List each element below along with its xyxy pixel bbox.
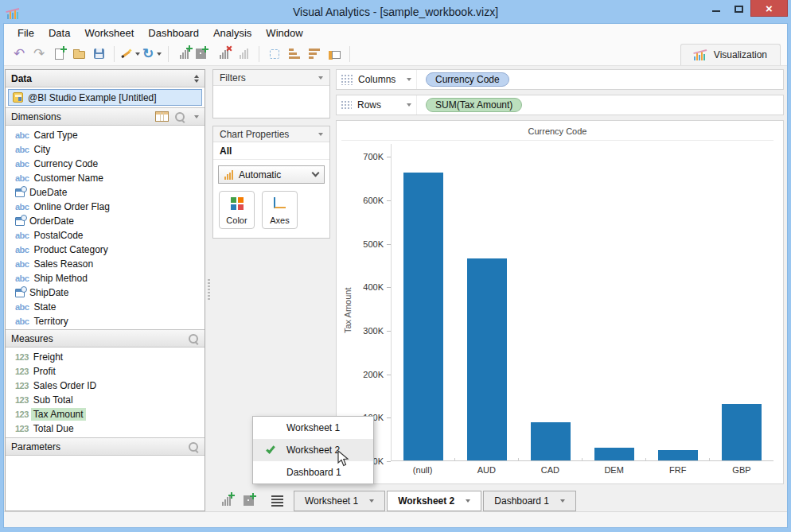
menu-analysis[interactable]: Analysis [206, 27, 259, 39]
field-sales-order-id[interactable]: 123Sales Order ID [6, 379, 205, 393]
chevron-down-icon[interactable] [369, 499, 374, 503]
redo-button[interactable]: ↷ [30, 45, 48, 64]
x-tick-label: CAD [518, 461, 582, 477]
menu-dashboard[interactable]: Dashboard [141, 27, 206, 39]
field-online-order-flag[interactable]: abcOnline Order Flag [6, 200, 205, 214]
field-sub-total[interactable]: 123Sub Total [6, 393, 205, 407]
delete-worksheet-button[interactable] [215, 45, 232, 64]
menu-window[interactable]: Window [259, 27, 310, 39]
columns-shelf-label[interactable]: Columns [341, 70, 417, 89]
menu-data[interactable]: Data [41, 27, 77, 39]
bar-GBP[interactable] [722, 404, 762, 460]
maximize-icon [734, 6, 743, 13]
axes-button[interactable]: Axes [262, 191, 298, 229]
bar-slot [583, 144, 646, 460]
field-sales-reason[interactable]: abcSales Reason [6, 257, 205, 271]
field-postalcode[interactable]: abcPostalCode [6, 228, 205, 243]
new-worksheet-tab-button[interactable] [217, 491, 235, 511]
check-gutter [265, 448, 276, 453]
columns-pill[interactable]: Currency Code [426, 72, 509, 87]
field-product-category[interactable]: abcProduct Category [6, 243, 205, 257]
field-customer-name[interactable]: abcCustomer Name [6, 171, 205, 185]
data-panel-header: Data [6, 70, 205, 87]
context-menu-item-dashboard-1[interactable]: Dashboard 1 [253, 461, 373, 483]
field-total-due[interactable]: 123Total Due [6, 421, 205, 436]
bar-(null)[interactable] [403, 173, 443, 460]
field-label: State [33, 301, 56, 313]
save-button[interactable] [90, 45, 107, 64]
tab-dashboard-1[interactable]: Dashboard 1 [483, 491, 576, 511]
field-city[interactable]: abcCity [6, 142, 205, 157]
bar-DEM[interactable] [594, 448, 634, 460]
color-button-label: Color [226, 216, 247, 225]
tab-worksheet-1[interactable]: Worksheet 1 [294, 491, 385, 511]
minimize-button[interactable] [704, 0, 727, 17]
field-freight[interactable]: 123Freight [6, 350, 205, 364]
chart-card: Currency Code Tax Amount 0K100K200K300K4… [336, 120, 784, 484]
number-type-icon: 123 [15, 367, 29, 376]
bar-FRF[interactable] [658, 450, 698, 460]
filters-body[interactable] [213, 86, 329, 118]
design-button[interactable] [121, 45, 140, 64]
bar-CAD[interactable] [531, 422, 571, 460]
field-orderdate[interactable]: OrderDate [6, 214, 205, 228]
field-ship-method[interactable]: abcShip Method [6, 271, 205, 285]
chevron-down-icon[interactable] [466, 499, 470, 503]
rows-shelf-label[interactable]: Rows [341, 95, 417, 115]
chevron-down-icon[interactable] [560, 499, 565, 503]
field-shipdate[interactable]: ShipDate [6, 285, 205, 300]
field-territory[interactable]: abcTerritory [6, 314, 205, 328]
sheet-list-button[interactable] [268, 491, 286, 511]
field-duedate[interactable]: DueDate [6, 185, 205, 200]
number-type-icon: 123 [15, 395, 29, 405]
rows-pill[interactable]: SUM(Tax Amount) [426, 98, 522, 112]
context-menu-item-worksheet-2[interactable]: Worksheet 2 [253, 439, 373, 461]
new-dashboard-button[interactable] [195, 45, 212, 64]
maximize-button[interactable] [727, 0, 750, 17]
context-menu-item-worksheet-1[interactable]: Worksheet 1 [253, 417, 373, 439]
refresh-button[interactable]: ↻ [142, 45, 162, 64]
sort-descending-button[interactable] [306, 45, 323, 64]
data-source-item[interactable]: @BI Studio Example [Untitled] [8, 89, 202, 106]
undo-button[interactable]: ↶ [10, 45, 28, 64]
dropdown-arrow-icon [157, 52, 162, 56]
new-dashboard-tab-button[interactable] [243, 491, 260, 511]
tab-worksheet-2[interactable]: Worksheet 2 [387, 491, 481, 511]
duplicate-worksheet-button[interactable] [235, 45, 252, 64]
menu-file[interactable]: File [10, 27, 41, 39]
field-profit[interactable]: 123Profit [6, 364, 205, 379]
chart-type-select[interactable]: Automatic [218, 165, 325, 184]
field-card-type[interactable]: abcCard Type [6, 128, 205, 142]
open-button[interactable] [70, 45, 88, 64]
field-currency-code[interactable]: abcCurrency Code [6, 157, 205, 171]
search-icon[interactable] [174, 111, 185, 122]
close-button[interactable]: × [750, 0, 788, 17]
bar-slot [710, 144, 773, 460]
sort-ascending-button[interactable] [286, 45, 303, 64]
worksheet-icon [180, 49, 189, 59]
menu-bar: File Data Worksheet Dashboard Analysis W… [4, 24, 787, 42]
toolbar-separator [259, 46, 259, 62]
view-data-table-icon[interactable] [155, 111, 169, 122]
swap-axes-button[interactable] [266, 45, 283, 64]
viz-column: Columns Currency Code Rows SUM(Tax [336, 69, 784, 490]
visualization-button[interactable]: Visualization [680, 44, 781, 65]
field-state[interactable]: abcState [6, 300, 205, 314]
wand-icon [121, 49, 132, 60]
chevron-down-icon[interactable] [318, 133, 323, 136]
panel-splitter[interactable] [205, 69, 212, 511]
search-icon[interactable] [188, 441, 199, 452]
field-label: Product Category [33, 244, 107, 255]
menu-worksheet[interactable]: Worksheet [77, 27, 141, 39]
show-me-button[interactable] [325, 45, 343, 64]
data-panel: Data @BI Studio Example [Untitled] Dimen… [5, 69, 205, 511]
color-button[interactable]: Color [219, 191, 255, 229]
search-icon[interactable] [188, 333, 199, 344]
new-workbook-button[interactable] [50, 45, 68, 64]
chevron-down-icon[interactable] [318, 76, 323, 80]
panel-spinner-icon[interactable] [194, 75, 199, 83]
chevron-down-icon[interactable] [194, 115, 199, 118]
new-worksheet-button[interactable] [175, 45, 193, 64]
bar-AUD[interactable] [467, 258, 507, 460]
field-tax-amount[interactable]: 123Tax Amount [6, 407, 205, 421]
